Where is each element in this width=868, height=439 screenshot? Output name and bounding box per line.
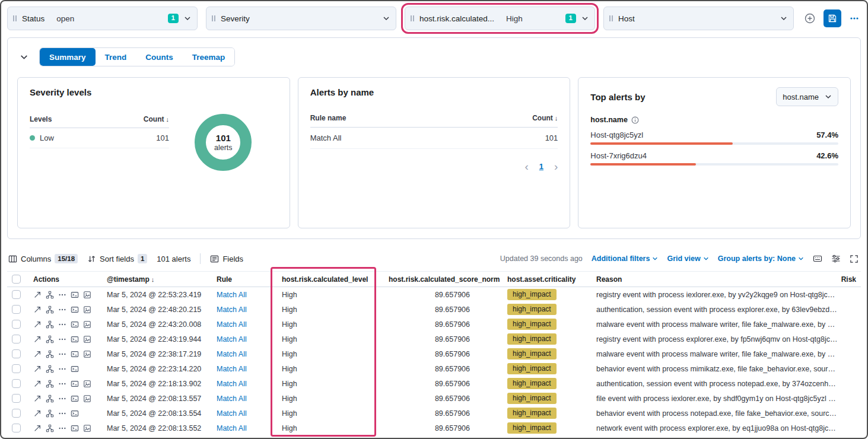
alert-reason[interactable]: behavior event with process notepad.exe,… <box>592 409 838 418</box>
alert-reason[interactable]: behavior event with process mimikatz.exe… <box>592 365 838 373</box>
row-checkbox[interactable] <box>12 409 21 418</box>
columns-button[interactable]: Columns 15/18 <box>8 254 78 263</box>
analyze-event-icon[interactable] <box>46 350 54 358</box>
additional-filters-button[interactable]: Additional filters <box>592 255 659 263</box>
alert-rule-link[interactable]: Match All <box>217 291 247 299</box>
analyze-event-icon[interactable] <box>46 409 54 418</box>
expand-alert-icon[interactable] <box>33 365 42 373</box>
session-view-icon[interactable] <box>71 365 79 373</box>
col-header-rule[interactable]: Rule <box>212 275 274 284</box>
expand-alert-icon[interactable] <box>33 350 42 358</box>
tab-treemap[interactable]: Treemap <box>183 48 235 66</box>
alert-reason[interactable]: authentication, session event with proce… <box>592 306 838 314</box>
select-all-checkbox[interactable] <box>12 275 21 284</box>
alert-reason[interactable]: malware event with process malware write… <box>592 350 838 358</box>
tab-counts[interactable]: Counts <box>136 48 183 66</box>
more-actions-icon[interactable] <box>58 306 66 314</box>
info-icon[interactable] <box>631 116 639 124</box>
col-header-timestamp[interactable]: @timestamp↓ <box>102 275 212 284</box>
row-checkbox[interactable] <box>12 290 21 299</box>
prev-page-icon[interactable]: ‹ <box>524 161 528 172</box>
query-menu-button[interactable] <box>849 13 860 24</box>
alert-rule-link[interactable]: Match All <box>217 365 247 373</box>
session-view-icon[interactable] <box>71 320 79 329</box>
session-view-icon[interactable] <box>71 335 79 343</box>
expand-alert-icon[interactable] <box>33 380 42 388</box>
row-checkbox[interactable] <box>12 424 21 432</box>
session-view-icon[interactable] <box>71 409 79 418</box>
row-checkbox[interactable] <box>12 349 21 358</box>
filter-pill[interactable]: host.risk.calculated... High 1 <box>405 7 595 30</box>
timeline-icon-button[interactable] <box>83 320 91 329</box>
col-header-criticality[interactable]: host.asset.criticality <box>503 275 592 284</box>
alert-rule-link[interactable]: Match All <box>217 350 247 358</box>
alert-reason[interactable]: registry event with process iexlorer.exe… <box>592 291 838 299</box>
row-checkbox[interactable] <box>12 320 21 329</box>
session-view-icon[interactable] <box>71 380 79 388</box>
sort-fields-button[interactable]: Sort fields 1 <box>87 254 147 263</box>
session-view-icon[interactable] <box>71 350 79 358</box>
more-actions-icon[interactable] <box>58 395 66 403</box>
analyze-event-icon[interactable] <box>46 306 54 314</box>
alert-rule-link[interactable]: Match All <box>217 424 247 432</box>
expand-alert-icon[interactable] <box>33 395 42 403</box>
page-number[interactable]: 1 <box>539 162 543 171</box>
more-actions-icon[interactable] <box>58 380 66 388</box>
group-alerts-by-button[interactable]: Group alerts by: None <box>718 255 804 263</box>
col-header-risk-score[interactable]: host.risk.calculated_score_norm <box>384 275 503 284</box>
alert-rule-link[interactable]: Match All <box>217 380 247 388</box>
alert-reason[interactable]: file event with process iexlorer.exe, by… <box>592 395 838 403</box>
timeline-icon-button[interactable] <box>83 424 91 432</box>
more-actions-icon[interactable] <box>58 335 66 343</box>
add-filter-button[interactable] <box>804 12 816 24</box>
alert-rule-link[interactable]: Match All <box>217 306 247 314</box>
alert-rule-link[interactable]: Match All <box>217 320 247 329</box>
keyboard-shortcuts-button[interactable] <box>813 254 822 263</box>
session-view-icon[interactable] <box>71 424 79 432</box>
tab-summary[interactable]: Summary <box>40 48 96 66</box>
analyze-event-icon[interactable] <box>46 380 54 388</box>
save-query-button[interactable] <box>824 9 841 27</box>
timeline-icon-button[interactable] <box>83 350 91 358</box>
filter-pill[interactable]: Host <box>603 7 794 30</box>
display-options-button[interactable] <box>831 254 841 263</box>
more-actions-icon[interactable] <box>58 365 66 373</box>
analyze-event-icon[interactable] <box>46 320 54 329</box>
analyze-event-icon[interactable] <box>46 395 54 403</box>
session-view-icon[interactable] <box>71 306 79 314</box>
more-actions-icon[interactable] <box>58 424 66 432</box>
timeline-icon-button[interactable] <box>83 306 91 314</box>
alert-rule-link[interactable]: Match All <box>217 409 247 418</box>
session-view-icon[interactable] <box>71 395 79 403</box>
row-checkbox[interactable] <box>12 335 21 343</box>
tab-trend[interactable]: Trend <box>96 48 136 66</box>
timeline-icon-button[interactable] <box>83 395 91 403</box>
filter-pill[interactable]: Severity <box>206 7 396 30</box>
row-checkbox[interactable] <box>12 394 21 403</box>
rule-count-col[interactable]: Count↓ <box>532 114 558 122</box>
alert-reason[interactable]: registry event with process explorer.exe… <box>592 335 838 343</box>
col-header-reason[interactable]: Reason <box>592 275 838 284</box>
row-checkbox[interactable] <box>12 364 21 373</box>
more-actions-icon[interactable] <box>58 320 66 329</box>
session-view-icon[interactable] <box>71 291 79 299</box>
expand-alert-icon[interactable] <box>33 409 42 418</box>
more-actions-icon[interactable] <box>58 409 66 418</box>
row-checkbox[interactable] <box>12 305 21 314</box>
alert-reason[interactable]: authentication, session event with proce… <box>592 380 838 388</box>
fullscreen-button[interactable] <box>850 255 859 263</box>
expand-alert-icon[interactable] <box>33 291 42 299</box>
timeline-icon-button[interactable] <box>83 380 91 388</box>
expand-alert-icon[interactable] <box>33 424 42 432</box>
analyze-event-icon[interactable] <box>46 335 54 343</box>
timeline-icon-button[interactable] <box>83 291 91 299</box>
filter-pill[interactable]: Status open 1 <box>7 7 198 30</box>
severity-col-count[interactable]: Count↓ <box>144 115 169 123</box>
col-header-risk[interactable]: Risk <box>838 275 861 284</box>
more-actions-icon[interactable] <box>58 350 66 358</box>
analyze-event-icon[interactable] <box>46 424 54 432</box>
analyze-event-icon[interactable] <box>46 365 54 373</box>
collapse-chart-button[interactable] <box>17 50 31 64</box>
row-checkbox[interactable] <box>12 379 21 388</box>
alert-rule-link[interactable]: Match All <box>217 395 247 403</box>
